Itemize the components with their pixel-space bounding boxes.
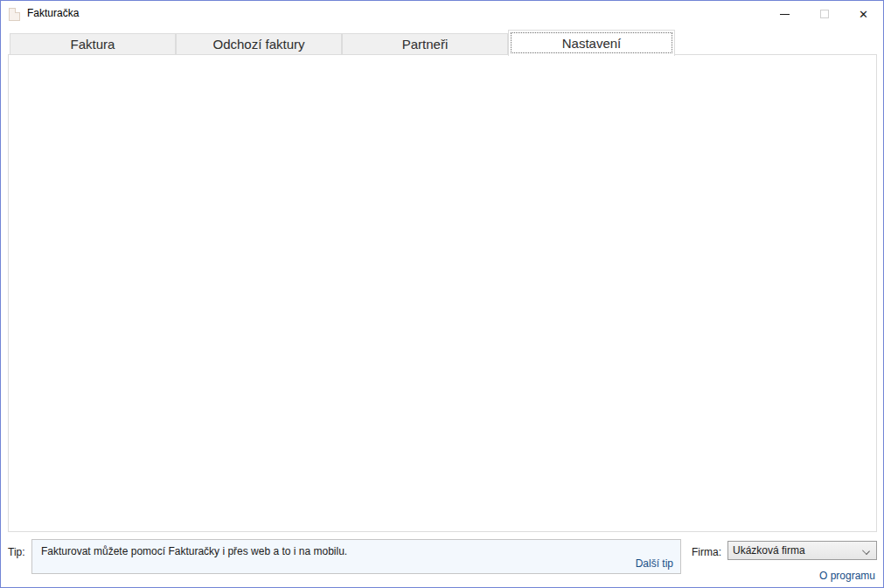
tab-nastaveni[interactable]: Nastavení <box>508 30 675 56</box>
tab-label: Partneři <box>402 37 449 52</box>
o-programu-link[interactable]: O programu <box>819 570 875 582</box>
window-title: Fakturačka <box>27 7 79 19</box>
tab-label: Faktura <box>71 37 115 52</box>
firma-label: Firma: <box>692 546 721 558</box>
title-bar: Fakturačka ✕ <box>1 1 883 29</box>
dalsi-tip-link[interactable]: Další tip <box>636 557 673 570</box>
settings-panel <box>8 54 877 532</box>
tab-partneri[interactable]: Partneři <box>342 33 508 55</box>
app-window: Fakturačka ✕ Faktura Odchozí faktury Par… <box>0 0 884 588</box>
tab-odchozi-faktury[interactable]: Odchozí faktury <box>176 33 342 55</box>
maximize-icon <box>820 10 829 18</box>
minimize-button[interactable] <box>765 1 804 27</box>
selected-value: Ukázková firma <box>733 544 805 557</box>
app-icon <box>9 8 20 21</box>
tip-label: Tip: <box>8 546 25 558</box>
tip-text: Fakturovat můžete pomocí Fakturačky i př… <box>41 545 347 557</box>
minimize-icon <box>780 14 790 15</box>
tab-faktura[interactable]: Faktura <box>10 33 176 55</box>
tip-box: Fakturovat můžete pomocí Fakturačky i př… <box>31 539 681 574</box>
maximize-button[interactable] <box>804 1 844 27</box>
close-icon: ✕ <box>859 9 868 20</box>
tab-label: Odchozí faktury <box>212 37 304 52</box>
close-button[interactable]: ✕ <box>844 1 883 27</box>
firma-select[interactable]: Ukázková firma <box>727 541 877 560</box>
tab-label: Nastavení <box>562 36 622 51</box>
chevron-down-icon <box>862 547 870 555</box>
